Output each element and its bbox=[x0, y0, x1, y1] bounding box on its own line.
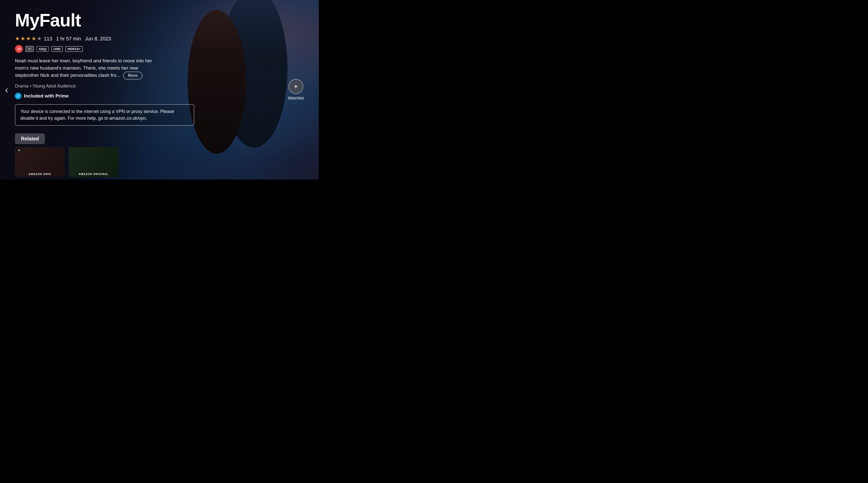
movie-title: MyFault bbox=[15, 10, 304, 30]
age-badge: 15 bbox=[15, 45, 23, 53]
prime-row: ✓ Included with Prime bbox=[15, 93, 304, 99]
watchlist-label: Watchlist bbox=[288, 96, 304, 101]
bottom-section: Related 4K AMAZON ORIG AMAZON ORIGINAL bbox=[0, 134, 319, 179]
star-1: ★ bbox=[15, 35, 20, 42]
star-2: ★ bbox=[21, 35, 25, 42]
star-rating: ★ ★ ★ ★ ★ 113 bbox=[15, 35, 52, 42]
cc-icon: CC bbox=[28, 47, 32, 50]
thumbnails-row: 4K AMAZON ORIG AMAZON ORIGINAL bbox=[15, 147, 304, 177]
duration: 1 hr 57 min bbox=[56, 36, 81, 41]
star-4: ★ bbox=[31, 35, 36, 42]
related-tab[interactable]: Related bbox=[15, 134, 45, 144]
thumb-1-badge: 4K bbox=[17, 149, 22, 152]
watchlist-plus: + bbox=[293, 82, 298, 91]
cc-badge: CC bbox=[25, 46, 34, 52]
thumb-1-label: AMAZON ORIG bbox=[29, 173, 51, 175]
hdr-badge: HDR10+ bbox=[65, 46, 83, 52]
watchlist-button[interactable]: + Watchlist bbox=[288, 79, 304, 101]
thumbnail-1[interactable]: 4K AMAZON ORIG bbox=[15, 147, 65, 177]
meta-row: ★ ★ ★ ★ ★ 113 1 hr 57 min Jun 8, 2023 bbox=[15, 35, 304, 42]
vpn-notice: Your device is connected to the internet… bbox=[15, 104, 194, 126]
nav-left-button[interactable]: ‹ bbox=[5, 84, 8, 95]
ad-badge: AD))) bbox=[36, 46, 49, 52]
svg-text:CC: CC bbox=[28, 48, 31, 50]
watchlist-icon: + bbox=[288, 79, 303, 94]
more-button[interactable]: More bbox=[123, 72, 143, 80]
release-date: Jun 8, 2023 bbox=[85, 36, 111, 41]
star-3: ★ bbox=[26, 35, 31, 42]
thumbnail-2[interactable]: AMAZON ORIGINAL bbox=[69, 147, 119, 177]
badges-row: 15 CC AD))) UHD HDR10+ bbox=[15, 45, 304, 53]
star-5: ★ bbox=[37, 35, 42, 42]
uhd-badge: UHD bbox=[51, 46, 63, 52]
rating-count: 113 bbox=[44, 36, 52, 41]
genres: Drama • Young Adult Audience bbox=[15, 84, 304, 89]
thumb-2-label: AMAZON ORIGINAL bbox=[79, 173, 108, 175]
prime-check-icon: ✓ bbox=[15, 93, 22, 99]
movie-description: Noah must leave her town, boyfriend and … bbox=[15, 57, 154, 80]
prime-label: Included with Prime bbox=[24, 93, 68, 99]
